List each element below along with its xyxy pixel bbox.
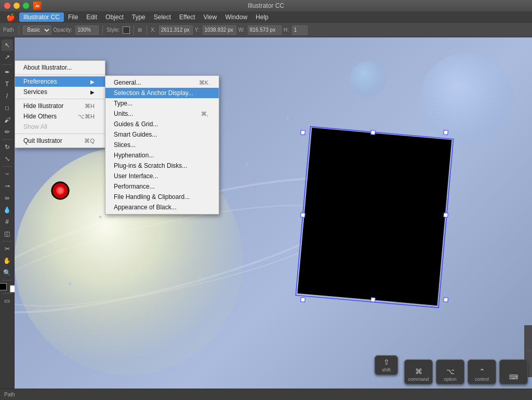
illustrator-menu-popup: About Illustrator... Preferences ▶ Servi…	[15, 60, 105, 148]
preferences-submenu: General... ⌘K Selection & Anchor Display…	[105, 75, 219, 215]
pref-plugins-label: Plug-ins & Scratch Disks...	[114, 162, 187, 169]
y-input[interactable]	[203, 25, 236, 35]
tool-divider-1	[3, 64, 12, 65]
tool-type[interactable]: T	[2, 78, 13, 90]
tool-hand[interactable]: ✋	[2, 255, 13, 266]
opacity-input[interactable]	[75, 25, 99, 35]
menu-divider-1	[15, 74, 105, 75]
tool-pen[interactable]: ✒	[2, 66, 13, 78]
menu-item-show-all-label: Show All	[23, 123, 47, 130]
menu-item-quit[interactable]: Quit Illustrator ⌘Q	[15, 136, 105, 146]
pref-guides[interactable]: Guides & Grid...	[105, 119, 219, 129]
tool-line[interactable]: /	[2, 90, 13, 102]
submenu-arrow-icon: ▶	[90, 79, 95, 85]
menu-item-preferences[interactable]: Preferences ▶	[15, 76, 105, 87]
pref-ui-label: User Interface...	[114, 172, 158, 180]
keyboard-overlay: ⇧ shift ⌘ command ⌥ option ⌃ control ⌨	[370, 347, 532, 389]
menu-item-show-all: Show All	[15, 122, 105, 132]
apple-menu[interactable]: 🍎	[2, 12, 19, 22]
menu-illustrator[interactable]: Illustrator CC	[19, 12, 64, 22]
option-label: option	[444, 377, 457, 382]
menu-select[interactable]: Select	[150, 12, 175, 22]
style-swatch[interactable]	[123, 26, 130, 34]
tool-rect[interactable]: □	[2, 102, 13, 114]
pref-hyphenation[interactable]: Hyphenation...	[105, 150, 219, 161]
canvas-area[interactable]: ✦ ✦ ✦ ✦ ✦ ✦ ✦ ✦ ✦	[15, 37, 532, 389]
tool-screen-mode[interactable]: ▭	[2, 295, 13, 306]
pref-performance-label: Performance...	[114, 183, 155, 190]
pref-selection[interactable]: Selection & Anchor Display...	[105, 88, 219, 98]
menu-type[interactable]: Type	[128, 12, 150, 22]
tool-gradient[interactable]: ◫	[2, 228, 13, 239]
pref-file-handling[interactable]: File Handling & Clipboard...	[105, 192, 219, 202]
menu-bar: 🍎 Illustrator CC File Edit Object Type S…	[0, 11, 532, 23]
tool-direct-selection[interactable]: ↗	[2, 51, 13, 63]
pref-selection-label: Selection & Anchor Display...	[114, 89, 193, 97]
minimize-button[interactable]	[14, 3, 20, 9]
pref-performance[interactable]: Performance...	[105, 181, 219, 192]
tool-divider-2	[3, 139, 12, 140]
tool-paintbrush[interactable]: 🖌	[2, 114, 13, 126]
menu-item-hide-label: Hide Illustrator	[23, 102, 63, 110]
maximize-button[interactable]	[23, 3, 29, 9]
keyboard-icon: ⌨	[509, 374, 518, 381]
pref-appearance[interactable]: Appearance of Black...	[105, 202, 219, 212]
main-layout: ↖ ↗ ✒ T / □ 🖌 ✏ ↻ ⤡ ~ ⊸ ∞ 💧 # ◫ ✂ ✋ 🔍 ▭	[0, 37, 532, 389]
menu-object[interactable]: Object	[101, 12, 128, 22]
tool-width[interactable]: ⊸	[2, 180, 13, 192]
pref-plugins[interactable]: Plug-ins & Scratch Disks...	[105, 161, 219, 171]
menu-edit[interactable]: Edit	[82, 12, 101, 22]
close-button[interactable]	[4, 3, 10, 9]
opacity-label: Opacity:	[54, 27, 73, 33]
style-select[interactable]: Basic	[23, 25, 51, 35]
tool-pencil[interactable]: ✏	[2, 126, 13, 138]
traffic-lights[interactable]	[4, 3, 29, 9]
pref-general-label: General...	[114, 79, 141, 86]
tool-eyedrop[interactable]: 💧	[2, 204, 13, 216]
tool-divider-6	[3, 293, 12, 294]
fill-color[interactable]	[0, 283, 7, 290]
pref-smart-guides[interactable]: Smart Guides...	[105, 129, 219, 140]
tool-rotate[interactable]: ↻	[2, 141, 13, 153]
menu-item-hide[interactable]: Hide Illustrator ⌘H	[15, 101, 105, 111]
w-input[interactable]	[248, 25, 282, 35]
tool-scale[interactable]: ⤡	[2, 153, 13, 165]
tool-mesh[interactable]: #	[2, 216, 13, 228]
control-icon: ⌃	[479, 367, 485, 376]
path-label: Path	[3, 27, 14, 33]
menu-help[interactable]: Help	[251, 12, 273, 22]
pref-type[interactable]: Type...	[105, 98, 219, 109]
path-bar-label: Path	[4, 392, 15, 397]
pref-slices[interactable]: Slices...	[105, 140, 219, 150]
pref-units-shortcut: ⌘,	[201, 111, 208, 117]
menu-item-quit-label: Quit Illustrator	[23, 137, 62, 144]
menu-effect[interactable]: Effect	[175, 12, 199, 22]
menu-item-hide-others-label: Hide Others	[23, 113, 57, 120]
x-input[interactable]	[159, 25, 193, 35]
menu-view[interactable]: View	[200, 12, 221, 22]
pref-general[interactable]: General... ⌘K	[105, 77, 219, 88]
y-label: Y:	[195, 27, 200, 33]
app-icon: Ai	[33, 2, 42, 10]
keyboard-key: ⌨	[499, 359, 528, 384]
command-key: ⌘ command	[404, 359, 433, 384]
menu-item-about[interactable]: About Illustrator...	[15, 62, 105, 73]
menu-item-services[interactable]: Services ▶	[15, 87, 105, 97]
tool-zoom[interactable]: 🔍	[2, 267, 13, 278]
pref-smart-guides-label: Smart Guides...	[114, 131, 157, 138]
menu-item-hide-others[interactable]: Hide Others ⌥⌘H	[15, 111, 105, 122]
menu-window[interactable]: Window	[221, 12, 251, 22]
tool-warp[interactable]: ~	[2, 168, 13, 180]
quit-shortcut: ⌘Q	[84, 138, 95, 144]
h-input[interactable]	[292, 25, 308, 35]
tool-blend[interactable]: ∞	[2, 192, 13, 204]
color-tools	[0, 282, 16, 291]
pref-units[interactable]: Units... ⌘,	[105, 109, 219, 119]
tool-selection[interactable]: ↖	[2, 39, 13, 51]
pref-ui[interactable]: User Interface...	[105, 171, 219, 181]
menu-file[interactable]: File	[64, 12, 82, 22]
tool-scissors[interactable]: ✂	[2, 243, 13, 255]
pref-file-handling-label: File Handling & Clipboard...	[114, 193, 190, 201]
pref-general-shortcut: ⌘K	[199, 79, 208, 86]
tool-divider-3	[3, 166, 12, 167]
